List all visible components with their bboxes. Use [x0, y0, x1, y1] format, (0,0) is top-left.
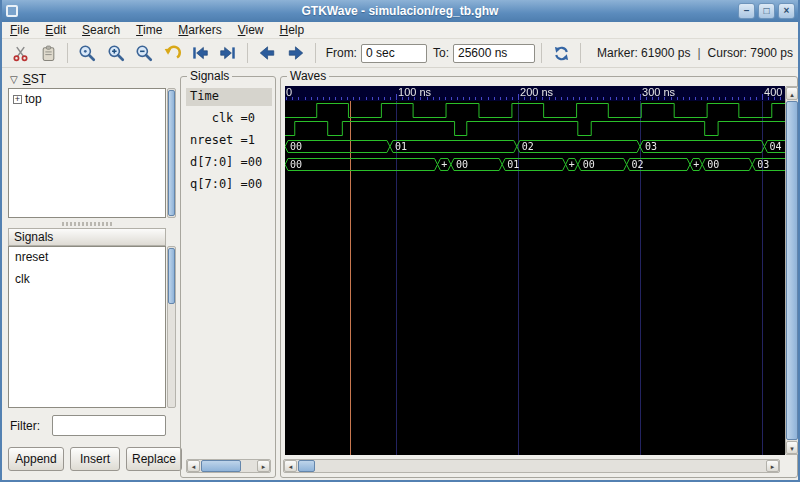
sst-expander[interactable]: ▽ SST — [10, 72, 46, 86]
signal-item-clk[interactable]: clk — [9, 269, 165, 291]
zoom-out-button[interactable] — [131, 41, 157, 66]
signals-column-header[interactable]: Signals — [8, 228, 166, 246]
signal-row[interactable]: nreset =1 — [186, 132, 272, 150]
marker-cursor-status: Marker: 61900 ps|Cursor: 7900 ps — [597, 46, 793, 60]
toolbar-separator — [247, 43, 248, 63]
gtkwave-window: GTKWave - simulacion/reg_tb.ghw – □ × Fi… — [0, 0, 800, 482]
toolbar: From: To: Marker: 61900 ps|Cursor: 7900 … — [2, 39, 798, 68]
waves-frame-label: Waves — [287, 69, 329, 83]
menu-markers[interactable]: Markers — [170, 22, 229, 38]
expander-triangle-icon: ▽ — [10, 74, 18, 85]
menu-file[interactable]: File — [2, 22, 37, 38]
waveform-canvas[interactable] — [285, 86, 785, 455]
cut-icon — [12, 45, 29, 62]
scrollbar-thumb[interactable] — [201, 460, 241, 472]
filter-label: Filter: — [10, 419, 40, 433]
signal-item-nreset[interactable]: nreset — [9, 247, 165, 269]
signal-row[interactable]: q[7:0] =00 — [186, 176, 272, 194]
previous-edge-icon — [258, 44, 276, 62]
signals-horizontal-scrollbar[interactable]: ◂ ▸ — [186, 459, 271, 473]
menu-edit[interactable]: Edit — [37, 22, 74, 38]
insert-button[interactable]: Insert — [70, 447, 120, 471]
scroll-down-icon[interactable]: ▾ — [786, 441, 798, 454]
zoom-to-end-button[interactable] — [215, 41, 241, 66]
toolbar-separator — [580, 43, 581, 63]
waves-vertical-scrollbar[interactable]: ▴ ▾ — [785, 86, 799, 455]
minimize-button[interactable]: – — [738, 3, 755, 19]
time-header-cell[interactable]: Time — [186, 88, 272, 106]
pane-splitter-handle[interactable] — [62, 222, 112, 226]
paste-icon — [40, 45, 57, 62]
scrollbar-thumb[interactable] — [786, 101, 798, 440]
tree-item-top[interactable]: + top — [13, 92, 42, 106]
tree-expand-icon[interactable]: + — [13, 95, 22, 104]
zoom-in-button[interactable] — [102, 41, 128, 66]
cut-traces-button[interactable] — [7, 41, 33, 66]
sst-label: SST — [23, 72, 46, 86]
waves-horizontal-scrollbar[interactable]: ◂ ▸ — [283, 459, 780, 473]
paste-traces-button[interactable] — [35, 41, 61, 66]
reload-button[interactable] — [548, 41, 574, 66]
menu-time[interactable]: Time — [128, 22, 170, 38]
zoom-fit-button[interactable] — [74, 41, 100, 66]
sst-signals-list[interactable]: nresetclk — [8, 246, 166, 408]
toolbar-separator — [67, 43, 68, 63]
zoom-fit-icon — [78, 44, 96, 62]
zoom-out-icon — [135, 44, 153, 62]
to-label: To: — [433, 46, 449, 60]
replace-button[interactable]: Replace — [126, 447, 182, 471]
tree-item-label: top — [25, 92, 42, 106]
scrollbar-thumb[interactable] — [168, 248, 175, 304]
sst-tree-panel[interactable]: + top — [8, 88, 166, 218]
toolbar-separator — [541, 43, 542, 63]
scrollbar-thumb[interactable] — [168, 90, 175, 216]
marker-status: Marker: 61900 ps — [597, 46, 690, 60]
close-button[interactable]: × — [778, 3, 795, 19]
cursor-status: Cursor: 7900 ps — [708, 46, 793, 60]
maximize-button[interactable]: □ — [758, 3, 775, 19]
next-edge-icon — [287, 44, 305, 62]
scroll-right-icon[interactable]: ▸ — [766, 460, 779, 472]
toolbar-separator — [315, 43, 316, 63]
menu-view[interactable]: View — [230, 22, 272, 38]
reload-icon — [553, 45, 570, 62]
sst-tree-scrollbar[interactable] — [167, 88, 176, 218]
append-button[interactable]: Append — [8, 447, 64, 471]
signal-row[interactable]: clk =0 — [186, 110, 272, 128]
scroll-left-icon[interactable]: ◂ — [187, 460, 200, 472]
sst-signals-scrollbar[interactable] — [167, 246, 176, 408]
scroll-left-icon[interactable]: ◂ — [284, 460, 297, 472]
previous-edge-button[interactable] — [254, 41, 280, 66]
scroll-right-icon[interactable]: ▸ — [257, 460, 270, 472]
signal-row[interactable]: d[7:0] =00 — [186, 154, 272, 172]
menu-search[interactable]: Search — [74, 22, 128, 38]
zoom-undo-icon — [163, 44, 181, 62]
signals-frame-label: Signals — [187, 69, 232, 83]
zoom-to-start-button[interactable] — [187, 41, 213, 66]
scroll-up-icon[interactable]: ▴ — [786, 87, 798, 100]
title-bar[interactable]: GTKWave - simulacion/reg_tb.ghw – □ × — [0, 0, 800, 22]
from-label: From: — [326, 46, 357, 60]
menu-help[interactable]: Help — [272, 22, 313, 38]
filter-input[interactable] — [52, 415, 166, 436]
from-input[interactable] — [361, 44, 427, 63]
zoom-to-end-icon — [219, 44, 237, 62]
menu-bar: FileEditSearchTimeMarkersViewHelp — [2, 22, 798, 39]
scrollbar-thumb[interactable] — [298, 460, 315, 472]
to-input[interactable] — [453, 44, 535, 63]
zoom-undo-button[interactable] — [159, 41, 185, 66]
next-edge-button[interactable] — [282, 41, 308, 66]
zoom-in-icon — [107, 44, 125, 62]
window-title: GTKWave - simulacion/reg_tb.ghw — [0, 4, 800, 18]
zoom-to-start-icon — [191, 44, 209, 62]
status-separator: | — [697, 46, 700, 60]
